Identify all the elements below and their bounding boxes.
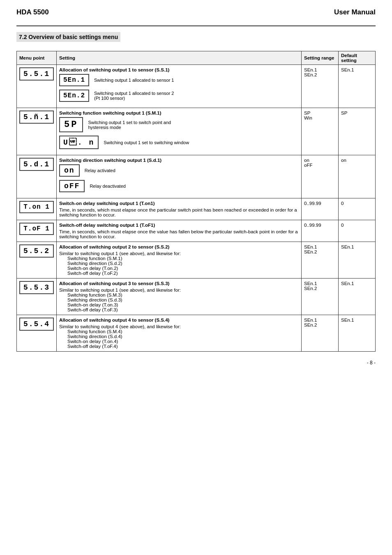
range-ss4: SEn.1SEn.2 <box>302 315 339 352</box>
desc-ton1: Time, in seconds, which must elapse once… <box>59 207 299 217</box>
display-ss1: 5.5.1 <box>19 67 54 81</box>
default-ss1: SEn.1 <box>339 65 376 108</box>
default-ss4: SEn.1 <box>339 315 376 352</box>
display-sp: 5P <box>59 117 83 132</box>
section-title-box: 7.2 Overview of basic settings menu <box>16 32 376 46</box>
menu-point-sm1: 5.ñ.1 <box>17 108 57 155</box>
sub-item-off: oFF Relay deactivated <box>59 180 299 192</box>
table-row: 5.5.1 Allocation of switching output 1 t… <box>17 65 376 108</box>
setting-ss3: Allocation of switching output 3 to sens… <box>57 279 302 315</box>
table-row: 5.ñ.1 Switching function switching outpu… <box>17 108 376 155</box>
desc-off: Relay deactivated <box>90 184 125 189</box>
display-win: U . n <box>59 136 99 149</box>
table-row: 5.d.1 Switching direction switching outp… <box>17 155 376 198</box>
setting-title-tof1: Switch-off delay switching output 1 (T.o… <box>59 223 299 228</box>
sublist-ss4: Switching function (S.M.4) Switching dir… <box>59 329 299 349</box>
col-setting-range: Setting range <box>302 51 339 65</box>
menu-point-sd1: 5.d.1 <box>17 155 57 198</box>
display-sen1: 5En.1 <box>59 74 89 86</box>
default-ss3: SEn.1 <box>339 279 376 315</box>
display-tof1: T.oF 1 <box>19 223 54 235</box>
manual-title: User Manual <box>334 8 376 16</box>
col-setting: Setting <box>57 51 302 65</box>
range-ss2: SEn.1SEn.2 <box>302 242 339 279</box>
display-ss3: 5.5.3 <box>19 281 54 294</box>
sub-item-win: U . n Switching output 1 set to switchin… <box>59 136 299 149</box>
sub-item-sen1: 5En.1 Switching output 1 allocated to se… <box>59 74 299 86</box>
setting-title-ss1: Allocation of switching output 1 to sens… <box>59 67 299 72</box>
desc-ss3: Similar to switching output 1 (see above… <box>59 288 299 292</box>
display-ss2: 5.5.2 <box>19 244 54 258</box>
setting-ss1: Allocation of switching output 1 to sens… <box>57 65 302 108</box>
setting-ton1: Switch-on delay switching output 1 (T.on… <box>57 198 302 220</box>
setting-ss2: Allocation of switching output 2 to sens… <box>57 242 302 279</box>
desc-tof1: Time, in seconds, which must elapse once… <box>59 229 299 239</box>
desc-sp: Switching output 1 set to switch point a… <box>88 120 171 130</box>
default-sd1: on <box>339 155 376 198</box>
table-row: 5.5.2 Allocation of switching output 2 t… <box>17 242 376 279</box>
page-number: - 8 - <box>16 360 376 366</box>
menu-point-ss3: 5.5.3 <box>17 279 57 315</box>
setting-sd1: Switching direction switching output 1 (… <box>57 155 302 198</box>
setting-ss4: Allocation of switching output 4 to sens… <box>57 315 302 352</box>
menu-point-ton1: T.on 1 <box>17 198 57 220</box>
table-row: T.on 1 Switch-on delay switching output … <box>17 198 376 220</box>
section-title: 7.2 Overview of basic settings menu <box>16 32 120 42</box>
setting-title-ton1: Switch-on delay switching output 1 (T.on… <box>59 201 299 206</box>
display-sen2: 5En.2 <box>59 90 89 102</box>
setting-title-ss4: Allocation of switching output 4 to sens… <box>59 318 299 322</box>
range-sm1: SPWin <box>302 108 339 155</box>
sub-item-on: on Relay activated <box>59 164 299 177</box>
product-title: HDA 5500 <box>16 8 49 16</box>
default-ss2: SEn.1 <box>339 242 376 279</box>
menu-point-ss1: 5.5.1 <box>17 65 57 108</box>
setting-title-ss2: Allocation of switching output 2 to sens… <box>59 244 299 249</box>
desc-ss4: Similar to switching output 4 (see above… <box>59 324 299 329</box>
display-sd1: 5.d.1 <box>19 158 54 171</box>
range-tof1: 0..99.99 <box>302 220 339 242</box>
sub-item-sen2: 5En.2 Switching output 1 allocated to se… <box>59 90 299 102</box>
setting-title-ss3: Allocation of switching output 3 to sens… <box>59 281 299 286</box>
display-off: oFF <box>59 180 85 192</box>
table-row: 5.5.3 Allocation of switching output 3 t… <box>17 279 376 315</box>
range-ss3: SEn.1SEn.2 <box>302 279 339 315</box>
default-tof1: 0 <box>339 220 376 242</box>
sublist-ss3: Switching function (S.M.3) Switching dir… <box>59 292 299 312</box>
desc-sen1: Switching output 1 allocated to sensor 1 <box>94 78 174 83</box>
setting-title-sd1: Switching direction switching output 1 (… <box>59 158 299 163</box>
display-ton1: T.on 1 <box>19 201 54 213</box>
display-ss4: 5.5.4 <box>19 318 54 331</box>
col-menu-point: Menu point <box>17 51 57 65</box>
range-ton1: 0..99.99 <box>302 198 339 220</box>
table-row: 5.5.4 Allocation of switching output 4 t… <box>17 315 376 352</box>
display-sm1: 5.ñ.1 <box>19 111 54 124</box>
range-ss1: SEn.1SEn.2 <box>302 65 339 108</box>
table-row: T.oF 1 Switch-off delay switching output… <box>17 220 376 242</box>
menu-point-ss2: 5.5.2 <box>17 242 57 279</box>
col-default: Default setting <box>339 51 376 65</box>
sub-item-sp: 5P Switching output 1 set to switch poin… <box>59 117 299 132</box>
desc-on: Relay activated <box>85 168 115 173</box>
setting-title-sm1: Switching function switching output 1 (S… <box>59 111 299 115</box>
desc-win: Switching output 1 set to switching wind… <box>104 140 189 145</box>
range-sd1: onoFF <box>302 155 339 198</box>
desc-ss2: Similar to switching output 1 (see above… <box>59 251 299 256</box>
default-ton1: 0 <box>339 198 376 220</box>
page-header: HDA 5500 User Manual <box>16 8 376 18</box>
setting-tof1: Switch-off delay switching output 1 (T.o… <box>57 220 302 242</box>
sublist-ss2: Switching function (S.M.1) Switching dir… <box>59 256 299 276</box>
default-sm1: SP <box>339 108 376 155</box>
display-on: on <box>59 164 80 177</box>
menu-point-tof1: T.oF 1 <box>17 220 57 242</box>
menu-point-ss4: 5.5.4 <box>17 315 57 352</box>
desc-sen2: Switching output 1 allocated to sensor 2… <box>94 91 174 101</box>
setting-sm1: Switching function switching output 1 (S… <box>57 108 302 155</box>
settings-table: Menu point Setting Setting range Default… <box>16 51 376 352</box>
